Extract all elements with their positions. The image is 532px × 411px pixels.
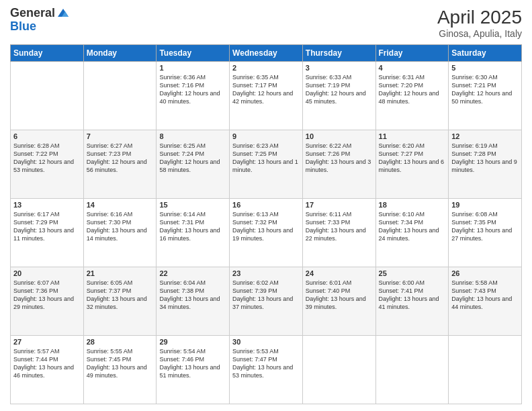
day-info: Sunrise: 6:23 AM Sunset: 7:25 PM Dayligh… [232,142,300,175]
subtitle: Ginosa, Apulia, Italy [437,28,522,39]
day-cell: 29Sunrise: 5:54 AM Sunset: 7:46 PM Dayli… [157,336,230,404]
day-cell: 19Sunrise: 6:08 AM Sunset: 7:35 PM Dayli… [449,199,522,267]
day-cell: 11Sunrise: 6:20 AM Sunset: 7:27 PM Dayli… [375,130,449,199]
day-info: Sunrise: 6:10 AM Sunset: 7:34 PM Dayligh… [379,210,446,243]
day-number: 5 [451,64,519,72]
day-cell: 3Sunrise: 6:33 AM Sunset: 7:19 PM Daylig… [302,62,375,130]
day-cell: 30Sunrise: 5:53 AM Sunset: 7:47 PM Dayli… [230,336,303,404]
header: General Blue April 2025 Ginosa, Apulia, … [10,7,522,39]
day-info: Sunrise: 6:14 AM Sunset: 7:31 PM Dayligh… [159,210,226,243]
day-number: 13 [13,201,81,209]
day-number: 8 [159,132,226,140]
day-cell: 2Sunrise: 6:35 AM Sunset: 7:17 PM Daylig… [230,62,303,130]
day-info: Sunrise: 5:53 AM Sunset: 7:47 PM Dayligh… [232,347,300,380]
day-info: Sunrise: 6:04 AM Sunset: 7:38 PM Dayligh… [159,279,226,312]
day-header-tuesday: Tuesday [157,45,230,62]
day-number: 11 [379,132,446,140]
day-header-saturday: Saturday [449,45,522,62]
day-number: 22 [159,269,226,277]
day-number: 1 [159,64,226,72]
day-number: 21 [87,269,154,277]
day-number: 24 [306,269,373,277]
day-cell: 10Sunrise: 6:22 AM Sunset: 7:26 PM Dayli… [302,130,375,199]
day-cell [375,336,449,404]
day-number: 28 [87,338,154,346]
day-info: Sunrise: 6:36 AM Sunset: 7:16 PM Dayligh… [159,73,226,106]
day-cell: 20Sunrise: 6:07 AM Sunset: 7:36 PM Dayli… [11,267,84,336]
day-info: Sunrise: 6:00 AM Sunset: 7:41 PM Dayligh… [379,279,446,312]
week-row-1: 1Sunrise: 6:36 AM Sunset: 7:16 PM Daylig… [11,62,522,130]
logo: General Blue [10,7,70,34]
day-info: Sunrise: 6:25 AM Sunset: 7:24 PM Dayligh… [159,142,226,175]
day-info: Sunrise: 6:33 AM Sunset: 7:19 PM Dayligh… [306,73,373,106]
day-info: Sunrise: 6:27 AM Sunset: 7:23 PM Dayligh… [87,142,154,175]
day-number: 20 [13,269,81,277]
day-info: Sunrise: 6:01 AM Sunset: 7:40 PM Dayligh… [306,279,373,312]
day-cell: 8Sunrise: 6:25 AM Sunset: 7:24 PM Daylig… [157,130,230,199]
day-header-friday: Friday [375,45,449,62]
logo-blue: Blue [10,20,70,34]
day-info: Sunrise: 6:19 AM Sunset: 7:28 PM Dayligh… [451,142,519,175]
day-cell: 23Sunrise: 6:02 AM Sunset: 7:39 PM Dayli… [230,267,303,336]
day-number: 12 [451,132,519,140]
logo-general: General [10,7,55,20]
day-cell: 12Sunrise: 6:19 AM Sunset: 7:28 PM Dayli… [449,130,522,199]
day-info: Sunrise: 5:55 AM Sunset: 7:45 PM Dayligh… [87,347,154,380]
day-header-monday: Monday [83,45,157,62]
day-number: 4 [379,64,446,72]
week-row-2: 6Sunrise: 6:28 AM Sunset: 7:22 PM Daylig… [11,130,522,199]
week-row-4: 20Sunrise: 6:07 AM Sunset: 7:36 PM Dayli… [11,267,522,336]
day-cell [11,62,84,130]
day-number: 10 [306,132,373,140]
page: General Blue April 2025 Ginosa, Apulia, … [0,0,532,411]
day-number: 19 [451,201,519,209]
day-number: 30 [232,338,300,346]
day-cell [302,336,375,404]
day-cell: 21Sunrise: 6:05 AM Sunset: 7:37 PM Dayli… [83,267,157,336]
day-header-sunday: Sunday [11,45,84,62]
day-cell [83,62,157,130]
day-cell: 9Sunrise: 6:23 AM Sunset: 7:25 PM Daylig… [230,130,303,199]
day-info: Sunrise: 6:11 AM Sunset: 7:33 PM Dayligh… [306,210,373,243]
day-info: Sunrise: 5:54 AM Sunset: 7:46 PM Dayligh… [159,347,226,380]
day-info: Sunrise: 6:28 AM Sunset: 7:22 PM Dayligh… [13,142,81,175]
title-block: April 2025 Ginosa, Apulia, Italy [437,7,522,39]
day-cell: 18Sunrise: 6:10 AM Sunset: 7:34 PM Dayli… [375,199,449,267]
day-number: 6 [13,132,81,140]
day-cell: 15Sunrise: 6:14 AM Sunset: 7:31 PM Dayli… [157,199,230,267]
day-cell: 26Sunrise: 5:58 AM Sunset: 7:43 PM Dayli… [449,267,522,336]
day-info: Sunrise: 6:20 AM Sunset: 7:27 PM Dayligh… [379,142,446,175]
day-cell: 24Sunrise: 6:01 AM Sunset: 7:40 PM Dayli… [302,267,375,336]
day-number: 17 [306,201,373,209]
day-cell: 17Sunrise: 6:11 AM Sunset: 7:33 PM Dayli… [302,199,375,267]
logo-text: General Blue [10,7,70,34]
day-number: 7 [87,132,154,140]
day-number: 9 [232,132,300,140]
days-header-row: SundayMondayTuesdayWednesdayThursdayFrid… [11,45,522,62]
day-info: Sunrise: 6:22 AM Sunset: 7:26 PM Dayligh… [306,142,373,175]
day-info: Sunrise: 6:35 AM Sunset: 7:17 PM Dayligh… [232,73,300,106]
day-info: Sunrise: 6:13 AM Sunset: 7:32 PM Dayligh… [232,210,300,243]
day-number: 15 [159,201,226,209]
day-info: Sunrise: 6:08 AM Sunset: 7:35 PM Dayligh… [451,210,519,243]
day-cell: 22Sunrise: 6:04 AM Sunset: 7:38 PM Dayli… [157,267,230,336]
week-row-3: 13Sunrise: 6:17 AM Sunset: 7:29 PM Dayli… [11,199,522,267]
day-cell: 25Sunrise: 6:00 AM Sunset: 7:41 PM Dayli… [375,267,449,336]
day-info: Sunrise: 6:02 AM Sunset: 7:39 PM Dayligh… [232,279,300,312]
day-cell: 13Sunrise: 6:17 AM Sunset: 7:29 PM Dayli… [11,199,84,267]
calendar-table: SundayMondayTuesdayWednesdayThursdayFrid… [10,44,522,404]
day-info: Sunrise: 6:16 AM Sunset: 7:30 PM Dayligh… [87,210,154,243]
calendar-body: 1Sunrise: 6:36 AM Sunset: 7:16 PM Daylig… [11,62,522,404]
day-cell: 5Sunrise: 6:30 AM Sunset: 7:21 PM Daylig… [449,62,522,130]
day-info: Sunrise: 6:17 AM Sunset: 7:29 PM Dayligh… [13,210,81,243]
day-number: 29 [159,338,226,346]
day-cell: 14Sunrise: 6:16 AM Sunset: 7:30 PM Dayli… [83,199,157,267]
day-number: 18 [379,201,446,209]
day-info: Sunrise: 6:05 AM Sunset: 7:37 PM Dayligh… [87,279,154,312]
day-cell: 4Sunrise: 6:31 AM Sunset: 7:20 PM Daylig… [375,62,449,130]
logo-icon [56,6,70,19]
main-title: April 2025 [437,7,522,28]
day-info: Sunrise: 5:57 AM Sunset: 7:44 PM Dayligh… [13,347,81,380]
day-cell [449,336,522,404]
day-cell: 27Sunrise: 5:57 AM Sunset: 7:44 PM Dayli… [11,336,84,404]
